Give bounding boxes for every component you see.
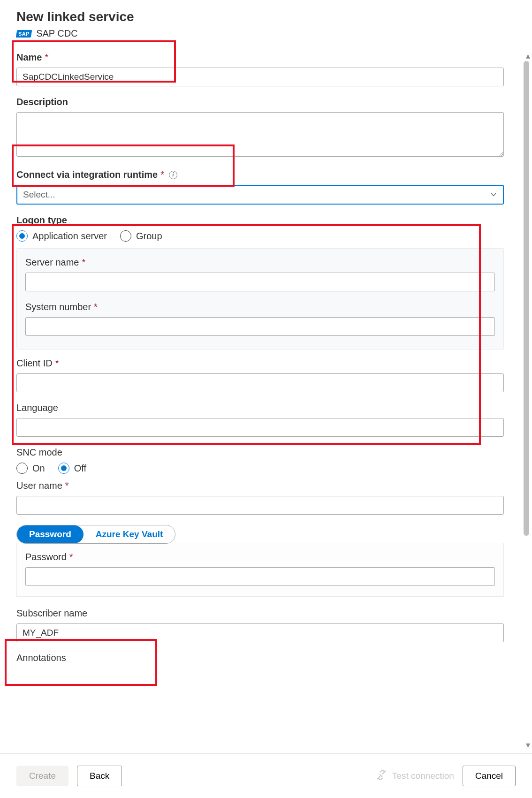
logon-type-block: Logon type Application server Group [16, 215, 504, 242]
client-id-input[interactable] [16, 373, 504, 392]
name-input[interactable] [16, 68, 504, 86]
radio-icon-selected [16, 230, 28, 242]
subscriber-input[interactable] [16, 623, 504, 642]
annotations-label: Annotations [16, 653, 66, 663]
logon-type-application-server[interactable]: Application server [16, 230, 107, 242]
language-block: Language [16, 403, 504, 437]
connector-name: SAP CDC [36, 28, 78, 39]
logon-type-option-label: Application server [32, 231, 107, 242]
runtime-label: Connect via integration runtime [16, 169, 158, 180]
client-id-label: Client ID [16, 358, 53, 369]
chevron-down-icon [491, 193, 496, 197]
runtime-field-block: Connect via integration runtime * i Sele… [16, 169, 504, 205]
required-star: * [45, 52, 48, 63]
language-input[interactable] [16, 418, 504, 437]
user-name-label: User name [16, 480, 62, 491]
required-star: * [65, 480, 69, 491]
snc-mode-option-label: Off [74, 463, 86, 474]
snc-mode-on[interactable]: On [16, 463, 45, 474]
sap-logo-badge: SAP [16, 30, 32, 38]
logon-type-label: Logon type [16, 215, 67, 226]
password-pill-tabs: Password Azure Key Vault [16, 525, 175, 544]
footer-bar: Create Back Test connection Cancel [0, 753, 532, 798]
radio-icon [16, 463, 28, 474]
cancel-button[interactable]: Cancel [463, 766, 516, 786]
password-input[interactable] [25, 567, 495, 586]
required-star: * [94, 302, 98, 312]
system-number-label: System number [25, 302, 91, 312]
user-name-block: User name * [16, 480, 504, 515]
snc-mode-label: SNC mode [16, 447, 62, 458]
runtime-select-placeholder: Select... [23, 190, 55, 199]
scrollbar-track[interactable] [524, 61, 529, 739]
snc-mode-off[interactable]: Off [58, 463, 86, 474]
subscriber-label: Subscriber name [16, 608, 87, 619]
scroll-down-arrow-icon[interactable]: ▾ [526, 740, 530, 750]
name-label: Name [16, 52, 42, 63]
required-star: * [55, 358, 59, 369]
logon-type-group[interactable]: Group [120, 230, 162, 242]
required-star: * [69, 552, 73, 562]
required-star: * [82, 257, 86, 268]
test-connection-label: Test connection [392, 771, 454, 781]
scroll-up-arrow-icon[interactable]: ▴ [526, 51, 530, 61]
password-section: Password Azure Key Vault Password * [16, 525, 504, 597]
description-field-block: Description [16, 97, 504, 159]
form-scroll-area[interactable]: New linked service SAP SAP CDC Name * De… [0, 0, 520, 751]
create-button[interactable]: Create [16, 766, 68, 786]
logon-type-option-label: Group [136, 231, 162, 242]
snc-mode-block: SNC mode On Off [16, 447, 504, 474]
scrollbar-thumb[interactable] [524, 61, 529, 536]
radio-icon-selected [58, 463, 69, 474]
server-name-label: Server name [25, 257, 79, 268]
tab-azure-key-vault[interactable]: Azure Key Vault [84, 525, 175, 543]
system-number-input[interactable] [25, 317, 495, 336]
info-icon[interactable]: i [169, 171, 177, 179]
tab-password[interactable]: Password [17, 525, 84, 543]
language-label: Language [16, 403, 58, 413]
page-subtitle-row: SAP SAP CDC [16, 28, 504, 39]
radio-icon [120, 230, 131, 242]
snc-mode-option-label: On [32, 463, 45, 474]
server-subpanel: Server name * System number * [16, 248, 504, 350]
password-label: Password [25, 552, 67, 562]
description-textarea[interactable] [16, 112, 504, 157]
page-title: New linked service [16, 9, 504, 24]
annotations-block: Annotations [16, 653, 504, 663]
test-connection-button[interactable]: Test connection [375, 769, 454, 783]
user-name-input[interactable] [16, 496, 504, 515]
runtime-select[interactable]: Select... [16, 185, 504, 205]
server-name-input[interactable] [25, 273, 495, 291]
client-id-block: Client ID * [16, 358, 504, 392]
name-field-block: Name * [16, 52, 504, 86]
required-star: * [160, 169, 164, 180]
description-label: Description [16, 97, 68, 107]
back-button[interactable]: Back [77, 766, 122, 786]
plug-icon [375, 769, 388, 783]
subscriber-block: Subscriber name [16, 608, 504, 642]
